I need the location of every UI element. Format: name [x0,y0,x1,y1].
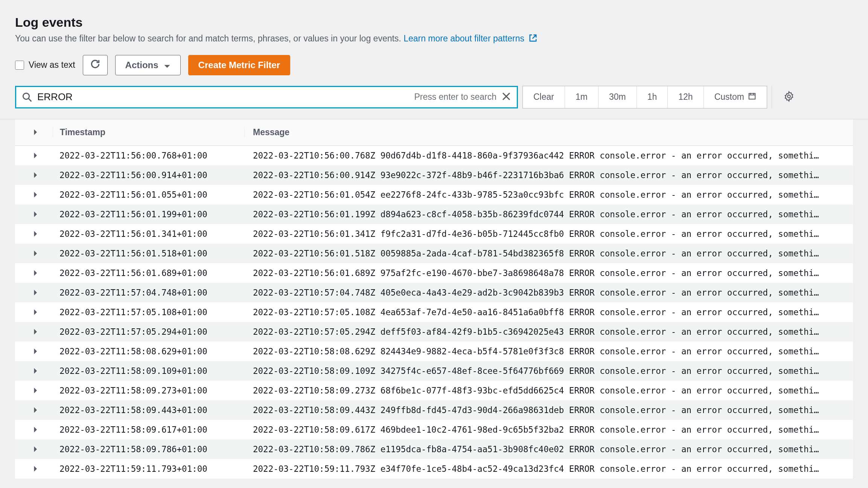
expand-row-toggle[interactable] [15,368,53,374]
time-range-30m[interactable]: 30m [598,86,637,108]
caret-right-icon [33,191,38,198]
settings-button[interactable] [783,91,795,104]
timestamp-cell: 2022-03-22T11:56:00.768+01:00 [53,151,245,160]
caret-right-icon [33,289,38,296]
settings-wrap [772,86,798,108]
expand-row-toggle[interactable] [15,407,53,413]
table-row[interactable]: 2022-03-22T11:58:08.629+01:002022-03-22T… [15,342,853,361]
time-range-custom[interactable]: Custom [704,86,767,108]
timestamp-cell: 2022-03-22T11:56:00.914+01:00 [53,170,245,180]
clear-search-button[interactable] [502,92,511,102]
search-box[interactable]: Press enter to search [15,86,518,108]
timestamp-cell: 2022-03-22T11:58:09.109+01:00 [53,366,245,376]
table-body: 2022-03-22T11:56:00.768+01:002022-03-22T… [15,146,853,479]
table-row[interactable]: 2022-03-22T11:58:09.109+01:002022-03-22T… [15,361,853,381]
timestamp-cell: 2022-03-22T11:56:01.518+01:00 [53,249,245,258]
table-row[interactable]: 2022-03-22T11:56:01.055+01:002022-03-22T… [15,185,853,204]
timestamp-cell: 2022-03-22T11:57:05.294+01:00 [53,327,245,337]
timestamp-cell: 2022-03-22T11:59:11.793+01:00 [53,464,245,474]
expand-row-toggle[interactable] [15,270,53,276]
message-cell: 2022-03-22T10:57:04.748Z 405e0eca-4a43-4… [245,288,853,297]
expand-row-toggle[interactable] [15,191,53,198]
timestamp-cell: 2022-03-22T11:57:05.108+01:00 [53,307,245,317]
table-row[interactable]: 2022-03-22T11:56:01.518+01:002022-03-22T… [15,244,853,263]
table-header-row: Timestamp Message [15,119,853,146]
table-row[interactable]: 2022-03-22T11:56:01.199+01:002022-03-22T… [15,204,853,224]
table-row[interactable]: 2022-03-22T11:57:04.748+01:002022-03-22T… [15,283,853,302]
svg-rect-1 [749,93,755,99]
timestamp-cell: 2022-03-22T11:58:09.617+01:00 [53,425,245,435]
expand-row-toggle[interactable] [15,152,53,159]
table-row[interactable]: 2022-03-22T11:56:01.341+01:002022-03-22T… [15,224,853,244]
table-row[interactable]: 2022-03-22T11:56:00.914+01:002022-03-22T… [15,165,853,185]
time-range-1m[interactable]: 1m [565,86,598,108]
caret-right-icon [33,250,38,257]
message-cell: 2022-03-22T10:56:01.054Z ee2276f8-24fc-4… [245,190,853,200]
timestamp-cell: 2022-03-22T11:58:08.629+01:00 [53,346,245,356]
caret-right-icon [33,211,38,218]
expand-row-toggle[interactable] [15,211,53,218]
time-range-selector: Clear 1m 30m 1h 12h Custom [522,86,767,108]
expand-row-toggle[interactable] [15,387,53,394]
calendar-icon [748,92,756,102]
toolbar: View as text Actions Create Metric Filte… [15,55,853,75]
actions-button[interactable]: Actions [115,55,181,75]
page-subtitle: You can use the filter bar below to sear… [15,32,853,46]
view-as-text-checkbox[interactable] [15,61,24,70]
expand-row-toggle[interactable] [15,465,53,472]
caret-right-icon [33,426,38,433]
message-cell: 2022-03-22T10:56:01.689Z 975af2fc-e190-4… [245,268,853,278]
message-cell: 2022-03-22T10:57:05.294Z deff5f03-af84-4… [245,327,853,337]
time-range-clear[interactable]: Clear [523,86,565,108]
caret-right-icon [33,172,38,178]
caret-right-icon [33,407,38,413]
table-row[interactable]: 2022-03-22T11:57:05.294+01:002022-03-22T… [15,322,853,342]
actions-label: Actions [125,60,158,70]
expand-row-toggle[interactable] [15,309,53,316]
view-as-text-toggle[interactable]: View as text [15,60,75,70]
message-cell: 2022-03-22T10:56:00.768Z 90d67d4b-d1f8-4… [245,151,853,160]
table-row[interactable]: 2022-03-22T11:58:09.617+01:002022-03-22T… [15,420,853,439]
expand-row-toggle[interactable] [15,426,53,433]
message-cell: 2022-03-22T10:56:01.199Z d894a623-c8cf-4… [245,209,853,219]
table-row[interactable]: 2022-03-22T11:58:09.786+01:002022-03-22T… [15,439,853,459]
view-as-text-label: View as text [29,60,75,70]
caret-right-icon [33,309,38,316]
column-header-message[interactable]: Message [245,127,853,137]
message-cell: 2022-03-22T10:58:09.273Z 68f6be1c-077f-4… [245,386,853,395]
table-row[interactable]: 2022-03-22T11:58:09.443+01:002022-03-22T… [15,400,853,420]
learn-more-link[interactable]: Learn more about filter patterns [404,34,537,43]
expand-row-toggle[interactable] [15,172,53,178]
caret-right-icon [33,387,38,394]
timestamp-cell: 2022-03-22T11:56:01.341+01:00 [53,229,245,239]
expand-all-toggle[interactable] [15,129,53,136]
refresh-button[interactable] [83,55,108,75]
svg-point-0 [23,93,29,99]
timestamp-cell: 2022-03-22T11:58:09.443+01:00 [53,405,245,415]
create-metric-filter-button[interactable]: Create Metric Filter [188,55,290,75]
expand-row-toggle[interactable] [15,289,53,296]
search-input[interactable] [37,91,414,103]
expand-row-toggle[interactable] [15,446,53,453]
table-row[interactable]: 2022-03-22T11:59:11.793+01:002022-03-22T… [15,459,853,479]
table-row[interactable]: 2022-03-22T11:57:05.108+01:002022-03-22T… [15,302,853,322]
caret-right-icon [33,152,38,159]
expand-row-toggle[interactable] [15,348,53,355]
table-row[interactable]: 2022-03-22T11:58:09.273+01:002022-03-22T… [15,381,853,400]
expand-row-toggle[interactable] [15,328,53,335]
time-range-12h[interactable]: 12h [668,86,704,108]
table-row[interactable]: 2022-03-22T11:56:00.768+01:002022-03-22T… [15,146,853,165]
message-cell: 2022-03-22T10:58:09.109Z 34275f4c-e657-4… [245,366,853,376]
expand-row-toggle[interactable] [15,250,53,257]
gear-icon [783,91,795,102]
time-range-custom-label: Custom [714,92,744,102]
expand-row-toggle[interactable] [15,230,53,237]
table-row[interactable]: 2022-03-22T11:56:01.689+01:002022-03-22T… [15,263,853,283]
refresh-icon [90,59,101,72]
column-header-timestamp[interactable]: Timestamp [53,127,245,137]
time-range-1h[interactable]: 1h [637,86,668,108]
message-cell: 2022-03-22T10:57:05.108Z 4ea653af-7e7d-4… [245,307,853,317]
caret-right-icon [33,270,38,276]
close-icon [502,92,511,101]
message-cell: 2022-03-22T10:56:01.518Z 0059885a-2ada-4… [245,249,853,258]
